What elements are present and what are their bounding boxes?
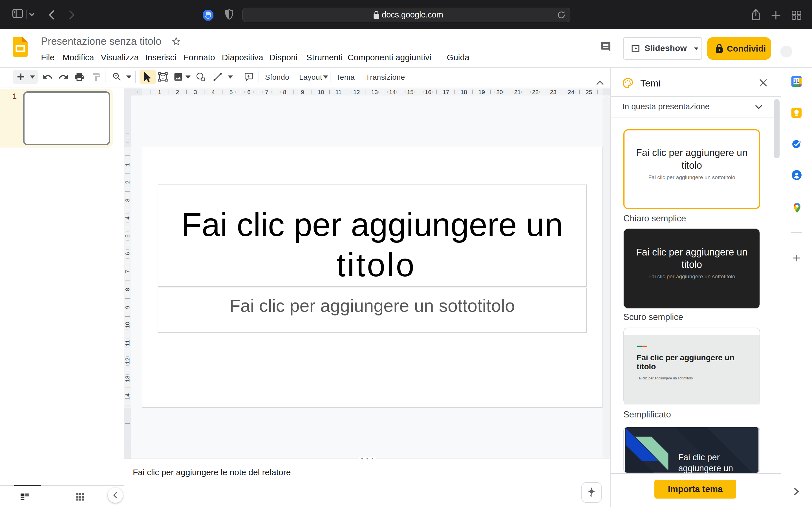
- svg-text:31: 31: [794, 79, 799, 84]
- svg-text:Fai clic per: Fai clic per: [678, 452, 719, 462]
- svg-text:aggiungere un: aggiungere un: [678, 463, 733, 473]
